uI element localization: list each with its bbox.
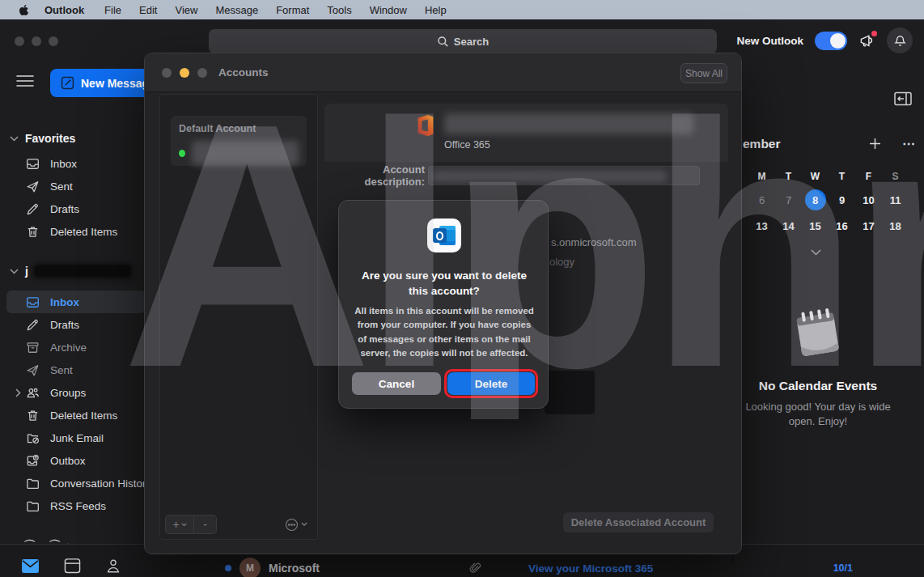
account-description-label: Account description:: [324, 163, 425, 188]
send-icon: [26, 180, 40, 193]
no-events-title: No Calendar Events: [733, 379, 903, 393]
new-outlook-toggle[interactable]: [815, 32, 847, 50]
account-description-field[interactable]: [428, 166, 700, 185]
sidebar-item[interactable]: Sent: [6, 359, 146, 381]
collapse-panel-icon[interactable]: [893, 91, 913, 107]
menu-item[interactable]: View: [166, 4, 206, 16]
day-of-week-header: M: [748, 166, 775, 187]
menu-item[interactable]: Outlook: [36, 4, 95, 16]
search-input[interactable]: Search: [209, 29, 717, 53]
account-type-label: Office 365: [444, 139, 490, 151]
whats-new-megaphone-icon[interactable]: [858, 33, 875, 49]
annotation-highlight-ring: Delete: [444, 369, 538, 398]
calendar-date[interactable]: 14: [775, 213, 802, 239]
no-events-subtitle: Looking good! Your day is wide open. Enj…: [741, 400, 895, 428]
folder-icon: [26, 477, 40, 490]
minimize-button[interactable]: [180, 68, 189, 78]
day-of-week-header: T: [829, 166, 855, 187]
calendar-date[interactable]: 6: [748, 187, 775, 213]
calendar-date[interactable]: 10: [855, 187, 882, 213]
add-account-button[interactable]: +: [165, 515, 194, 534]
sidebar-item[interactable]: Junk Email: [6, 426, 146, 449]
dialog-body-text: All items in this account will be remove…: [353, 304, 536, 360]
menu-item[interactable]: Edit: [130, 4, 166, 16]
outbox-icon: [26, 454, 40, 468]
close-button[interactable]: [15, 36, 24, 46]
account-options-button[interactable]: [280, 515, 312, 534]
archive-icon: [26, 341, 40, 354]
sidebar-item[interactable]: Archive: [6, 336, 146, 359]
sidebar-item[interactable]: Inbox: [6, 291, 146, 313]
account-section-header[interactable]: j: [10, 265, 130, 278]
sidebar-item[interactable]: Sent: [6, 175, 146, 197]
remove-account-button[interactable]: -: [194, 515, 217, 534]
folder-icon: [26, 499, 40, 513]
window-controls[interactable]: [15, 36, 58, 46]
mail-tab-icon[interactable]: [21, 558, 40, 574]
sidebar-item[interactable]: Inbox: [6, 152, 146, 175]
calendar-date[interactable]: 17: [855, 213, 882, 239]
menu-item[interactable]: Window: [361, 4, 416, 16]
sidebar-item[interactable]: Groups: [6, 381, 146, 404]
calendar-date[interactable]: 8: [802, 187, 829, 213]
menu-item[interactable]: Tools: [318, 4, 360, 16]
sidebar-item[interactable]: Deleted Items: [6, 220, 146, 243]
notifications-bell-icon[interactable]: [887, 28, 913, 53]
hamburger-menu-icon[interactable]: [16, 74, 34, 87]
accounts-window-title: Accounts: [218, 66, 269, 78]
attachment-paperclip-icon: [469, 562, 481, 575]
redacted-account-name: [192, 141, 299, 165]
delete-account-dialog: Are you sure you want to delete this acc…: [338, 200, 549, 409]
menu-item[interactable]: Help: [416, 4, 456, 16]
inbox-icon: [26, 295, 40, 309]
zoom-button[interactable]: [49, 36, 58, 46]
send-icon: [26, 363, 40, 377]
new-outlook-label: New Outlook: [736, 35, 803, 47]
delete-button[interactable]: Delete: [447, 372, 535, 395]
sidebar-item[interactable]: RSS Feeds: [6, 494, 146, 517]
online-status-dot: [179, 150, 185, 157]
chevron-down-icon: [10, 269, 19, 274]
collapse-calendar-chevron-icon[interactable]: [811, 249, 821, 256]
trash-icon: [26, 409, 40, 422]
people-tab-icon[interactable]: [105, 558, 121, 574]
sidebar-item[interactable]: Drafts: [6, 313, 146, 336]
calendar-date[interactable]: 16: [829, 213, 855, 239]
calendar-date[interactable]: 9: [829, 187, 855, 213]
groups-icon: [26, 386, 40, 400]
zoom-button[interactable]: [197, 68, 207, 78]
calendar-date[interactable]: 15: [802, 213, 829, 239]
sidebar-item[interactable]: Drafts: [6, 197, 146, 220]
compose-icon: [61, 76, 74, 90]
calendar-date[interactable]: 13: [748, 213, 775, 239]
delete-associated-account-button[interactable]: Delete Associated Account: [563, 512, 714, 532]
calendar-date[interactable]: 18: [882, 213, 909, 239]
calendar-date[interactable]: 11: [882, 187, 909, 213]
show-all-button[interactable]: Show All: [680, 63, 727, 83]
sidebar-item[interactable]: Outbox: [6, 449, 146, 472]
menu-item[interactable]: Format: [267, 4, 318, 16]
message-subject-link[interactable]: View your Microsoft 365: [528, 562, 653, 575]
junk-icon: [26, 431, 40, 445]
close-button[interactable]: [162, 68, 172, 78]
favorites-section-header[interactable]: Favorites: [10, 132, 75, 145]
calendar-date[interactable]: 7: [775, 187, 802, 213]
chevron-right-icon[interactable]: [10, 388, 26, 397]
calendar-more-icon[interactable]: ⋯: [902, 136, 916, 151]
sidebar-item[interactable]: Deleted Items: [6, 404, 146, 426]
day-of-week-header: S: [882, 166, 909, 187]
apple-menu-icon[interactable]: [11, 4, 36, 16]
drafts-icon: [26, 318, 40, 332]
default-account-item[interactable]: Default Account: [171, 116, 307, 166]
minimize-button[interactable]: [32, 36, 41, 46]
add-event-plus-icon[interactable]: [869, 138, 881, 150]
sidebar-item[interactable]: Conversation History: [6, 472, 146, 494]
calendar-tab-icon[interactable]: [64, 558, 81, 574]
day-of-week-header: T: [775, 166, 802, 187]
menu-item[interactable]: File: [95, 4, 130, 16]
accounts-titlebar[interactable]: Accounts Show All: [145, 53, 741, 92]
sender-avatar: M: [239, 558, 261, 577]
cancel-button[interactable]: Cancel: [352, 372, 441, 395]
day-of-week-header: F: [855, 166, 882, 187]
menu-item[interactable]: Message: [206, 4, 267, 16]
